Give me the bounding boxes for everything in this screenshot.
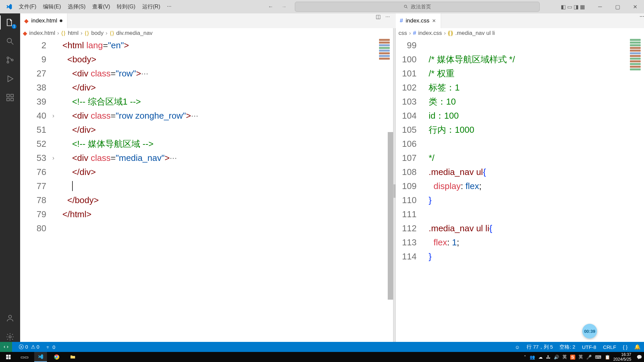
chevron-right-icon: › [409,30,411,37]
tray-ime-label-2[interactable]: 英 [579,354,583,360]
tab-label: index.css [406,17,429,24]
breadcrumb-left[interactable]: ◆ index.html › ⟨⟩ html › ⟨⟩ body › ⟨⟩ di… [20,28,393,38]
recording-timer-badge[interactable]: 00:39 [582,324,597,339]
activity-debug-icon[interactable] [4,73,16,84]
status-language-mode[interactable]: { } [623,344,628,350]
tray-notifications-icon[interactable]: 💬 [637,355,642,360]
remote-icon [3,344,9,350]
layout-sidebar-left-icon[interactable]: ◧ [561,4,566,10]
svg-rect-11 [11,98,13,101]
taskbar-app-explorer[interactable] [66,352,79,362]
tray-volume-icon[interactable]: 🔊 [554,355,559,360]
breadcrumb-segment[interactable]: div.media_nav [116,30,153,37]
breadcrumb-segment[interactable]: .media_nav ul li [455,30,495,37]
svg-point-12 [9,315,12,318]
status-eol[interactable]: CRLF [603,344,616,350]
menu-select[interactable]: 选择(S) [65,2,88,12]
activity-settings-icon[interactable] [4,331,16,343]
tab-index-html[interactable]: ◆ index.html [20,13,67,28]
tray-sogou-icon[interactable]: S [570,355,575,360]
task-view-icon[interactable]: ▭▭ [18,352,31,362]
activity-accounts-icon[interactable] [4,312,16,324]
tray-mic-icon[interactable]: 🎤 [586,355,592,360]
editor-left[interactable]: 29273839405152537677787980 ›› <html lang… [20,38,393,347]
system-tray: ˄ 👥 ☁ 🖧 🔊 英 S 英 🎤 ⌨ 📋 16:37 2024/5/25 💬 [524,352,642,362]
scrollbar-thumb[interactable] [388,132,393,300]
more-actions-icon[interactable]: ··· [385,14,390,20]
remote-indicator[interactable] [0,342,12,352]
window-maximize-icon[interactable]: ▢ [610,4,625,10]
tray-keyboard-icon[interactable]: ⌨ [595,355,601,360]
taskbar-clock[interactable]: 16:37 2024/5/25 [613,352,633,362]
window-close-icon[interactable]: ✕ [628,4,642,10]
svg-rect-8 [7,94,9,97]
minimap[interactable] [628,38,644,347]
more-actions-icon[interactable]: ··· [640,13,644,19]
window-minimize-icon[interactable]: ─ [593,4,607,10]
layout-sidebar-right-icon[interactable]: ◨ [574,4,579,10]
svg-point-5 [7,61,9,63]
html-file-icon: ◆ [24,17,29,24]
nav-history: ← → [268,4,287,10]
search-icon [404,4,408,9]
menu-edit[interactable]: 编辑(E) [40,2,63,12]
status-cursor-position[interactable]: 行 77，列 5 [527,344,553,350]
svg-rect-16 [6,357,8,359]
status-feedback-icon[interactable]: ☺ [515,344,520,350]
tab-close-icon[interactable]: ✕ [432,18,436,23]
taskbar-app-vscode[interactable] [34,352,47,362]
svg-line-1 [407,7,408,8]
breadcrumb-segment[interactable]: html [68,30,78,37]
activity-explorer-icon[interactable]: 1 [4,17,16,28]
breadcrumb-right[interactable]: css › # index.css › ⸨⸩ .media_nav ul li [396,28,641,38]
tray-ime-label[interactable]: 英 [562,354,567,360]
editor-split-sash[interactable] [393,28,396,347]
start-button-icon[interactable] [2,352,15,362]
css-file-icon: # [413,30,416,37]
menu-more[interactable]: ··· [164,2,174,12]
split-editor-icon[interactable]: ◫ [376,13,381,20]
menu-bar: 文件(F) 编辑(E) 选择(S) 查看(V) 转到(G) 运行(R) ··· [16,2,174,12]
vscode-logo-icon [5,3,13,10]
status-encoding[interactable]: UTF-8 [582,344,596,350]
breadcrumb-segment[interactable]: index.html [29,30,55,37]
search-placeholder-text: 政法首页 [411,4,431,10]
chevron-right-icon: › [106,30,108,37]
breadcrumb-segment[interactable]: body [91,30,104,37]
tray-network-icon[interactable]: 🖧 [546,355,550,360]
activity-extensions-icon[interactable] [4,92,16,103]
svg-rect-14 [6,355,8,357]
tray-onedrive-icon[interactable]: ☁ [538,355,543,360]
menu-goto[interactable]: 转到(G) [114,2,138,12]
title-bar: 文件(F) 编辑(E) 选择(S) 查看(V) 转到(G) 运行(R) ··· … [0,0,644,13]
tab-modified-icon [60,19,62,22]
tray-clipboard-icon[interactable]: 📋 [605,355,610,360]
warning-icon: ⚠ [31,344,35,350]
activity-bar: 1 [0,13,20,347]
tab-index-css[interactable]: # index.css ✕ [396,13,441,28]
menu-file[interactable]: 文件(F) [16,2,39,12]
layout-customize-icon[interactable]: ▦ [580,4,585,10]
layout-panel-icon[interactable]: ▭ [567,4,572,10]
svg-point-19 [56,356,58,358]
svg-line-3 [11,42,13,45]
taskbar-app-chrome[interactable] [50,352,63,362]
editor-right[interactable]: 9910010110210310410510610710810911011111… [396,38,644,347]
status-ports[interactable]: ᯤ 0 [46,344,55,350]
svg-marker-7 [8,76,13,81]
activity-search-icon[interactable] [4,36,16,47]
tray-people-icon[interactable]: 👥 [530,355,535,360]
status-indentation[interactable]: 空格: 2 [559,344,575,350]
status-notifications-icon[interactable]: 🔔 [634,344,641,350]
activity-scm-icon[interactable] [4,54,16,66]
breadcrumb-segment[interactable]: css [398,30,407,37]
tray-chevron-icon[interactable]: ˄ [524,355,526,360]
status-problems[interactable]: ⓧ 0 ⚠ 0 [19,344,39,350]
nav-back-icon[interactable]: ← [268,4,273,10]
menu-run[interactable]: 运行(R) [140,2,163,12]
svg-point-6 [11,59,13,61]
menu-view[interactable]: 查看(V) [90,2,113,12]
breadcrumb-segment[interactable]: index.css [418,30,442,37]
nav-forward-icon[interactable]: → [281,4,287,10]
command-center-search[interactable]: 政法首页 [295,2,540,12]
